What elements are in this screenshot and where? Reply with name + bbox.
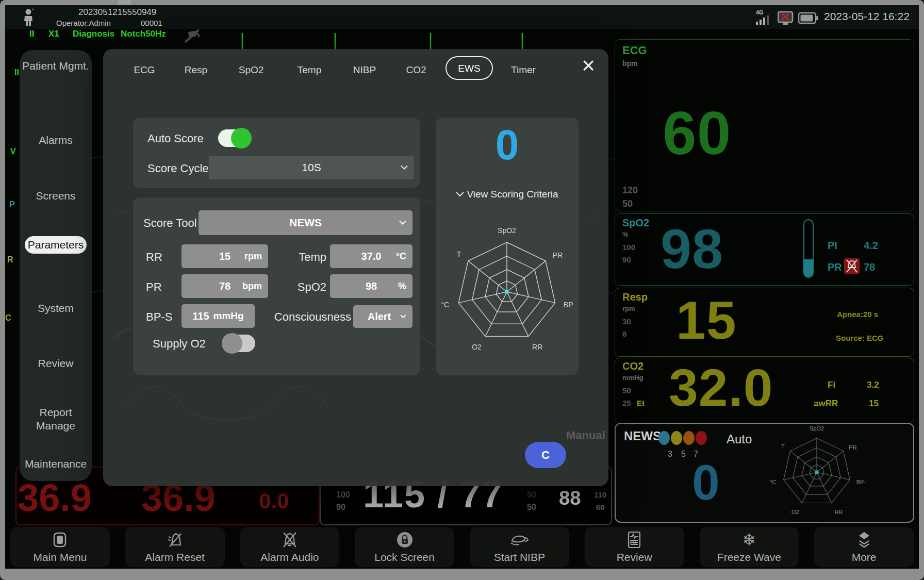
alarm-reset-label: Alarm Reset bbox=[145, 551, 205, 564]
news-tile[interactable]: NEWS 3 5 7 Auto 0 SpO2PRBP-SRRO2°CT bbox=[615, 423, 914, 523]
main-menu-label: Main Menu bbox=[33, 551, 87, 564]
ews-score-value: 0 bbox=[436, 122, 579, 168]
tab-ews[interactable]: EWS bbox=[446, 56, 493, 80]
lock-screen-button[interactable]: Lock Screen bbox=[355, 527, 454, 567]
monitor-screen: II V P R C 2023051215550949 Operator:Adm… bbox=[5, 5, 919, 569]
sidebar-item-patient-mgmt[interactable]: Patient Mgmt. bbox=[20, 59, 92, 73]
ghost-nibp-mode-text: Manual bbox=[566, 429, 605, 442]
alarm-reset-button[interactable]: Alarm Reset bbox=[125, 527, 225, 567]
review-icon bbox=[627, 531, 641, 549]
chevron-down-icon bbox=[401, 165, 408, 170]
ghost-lead-label-ii: II bbox=[14, 68, 19, 77]
score-tool-value: NEWS bbox=[289, 217, 322, 229]
score-parameters-card: Score Tool NEWS RR 15 rpm Temp 37.0 °C P… bbox=[133, 197, 420, 375]
co2-fi-value: 3.2 bbox=[867, 380, 879, 390]
temp-label: Temp bbox=[288, 251, 326, 264]
review-button[interactable]: Review bbox=[585, 527, 684, 567]
sidebar-item-system[interactable]: System bbox=[20, 302, 92, 315]
tab-ecg[interactable]: ECG bbox=[123, 61, 166, 79]
main-menu-button[interactable]: Main Menu bbox=[10, 527, 110, 567]
view-scoring-criteria[interactable]: View Scoring Criteria bbox=[436, 189, 579, 200]
score-tool-label: Score Tool bbox=[143, 217, 197, 230]
nibp-pr-high: 110 bbox=[594, 490, 606, 499]
auto-score-label: Auto Score bbox=[147, 132, 204, 145]
supply-o2-toggle[interactable] bbox=[223, 335, 255, 352]
spo2-alarm-high: 100 bbox=[622, 243, 635, 252]
svg-text:RR: RR bbox=[532, 343, 542, 351]
start-nibp-button[interactable]: Start NIBP bbox=[470, 527, 569, 567]
svg-text:T: T bbox=[457, 250, 461, 258]
gain-label: X1 bbox=[48, 29, 59, 39]
spo2-tile[interactable]: SpO2 % 100 90 98 PI 4.2 PR 78 bbox=[615, 213, 914, 286]
close-icon[interactable]: × bbox=[576, 54, 600, 78]
co2-title: CO2 bbox=[622, 360, 644, 372]
svg-text:SpO2: SpO2 bbox=[810, 426, 824, 432]
score-cycle-dropdown[interactable]: 10S bbox=[209, 156, 414, 179]
sidebar-item-alarms[interactable]: Alarms bbox=[20, 134, 92, 147]
news-level-dot-yellow bbox=[671, 431, 682, 445]
confirm-button[interactable]: C bbox=[525, 442, 566, 468]
ecg-tile[interactable]: ECG bpm 60 120 50 bbox=[615, 39, 914, 211]
rr-input[interactable]: 15 rpm bbox=[182, 244, 268, 268]
resp-value: 15 bbox=[676, 293, 737, 347]
operator-label: Operator:Admin bbox=[56, 19, 111, 27]
resp-tile[interactable]: Resp rpm 30 8 15 Apnea:20 s Source: ECG bbox=[615, 288, 914, 357]
nibp-dia-high: 90 bbox=[527, 490, 536, 500]
muted-mic-icon bbox=[183, 29, 202, 43]
tab-spo2[interactable]: SpO2 bbox=[229, 61, 273, 79]
vitals-column: ECG bpm 60 120 50 SpO2 % 100 90 98 PI 4.… bbox=[615, 5, 915, 526]
alarm-audio-button[interactable]: Alarm Audio bbox=[240, 527, 340, 567]
spo2-pr-value: 78 bbox=[864, 261, 875, 273]
chevron-down-icon bbox=[400, 314, 406, 319]
tab-resp[interactable]: Resp bbox=[174, 61, 218, 79]
lock-icon bbox=[396, 531, 414, 549]
rr-label: RR bbox=[146, 251, 162, 264]
consciousness-dropdown[interactable]: Alert bbox=[353, 305, 412, 328]
news-radar-chart: SpO2PRBP-SRRO2°CT bbox=[768, 426, 866, 522]
auto-score-card: Auto Score Score Cycle 10S bbox=[133, 118, 420, 188]
pr-value: 78 bbox=[219, 280, 230, 292]
alarm-reset-icon bbox=[166, 531, 184, 549]
co2-alarm-high: 50 bbox=[622, 386, 631, 395]
tab-timer[interactable]: Timer bbox=[502, 61, 545, 79]
news-level-dot-blue bbox=[658, 431, 670, 445]
chevron-down-icon bbox=[456, 192, 464, 197]
freeze-wave-button[interactable]: ❄ Freeze Wave bbox=[700, 527, 799, 567]
sidebar-item-report-manage[interactable]: Report Manage bbox=[20, 406, 92, 433]
sidebar-item-screens[interactable]: Screens bbox=[20, 189, 92, 203]
pr-input[interactable]: 78 bpm bbox=[182, 274, 268, 298]
temp-input[interactable]: 37.0 °C bbox=[330, 244, 412, 268]
svg-text:°C: °C bbox=[770, 479, 776, 485]
spo2-unit: % bbox=[622, 230, 629, 238]
temp-t1-value: 36.9 bbox=[18, 479, 92, 517]
pr-alarm-off-icon bbox=[844, 258, 860, 274]
score-tool-dropdown[interactable]: NEWS bbox=[199, 210, 412, 235]
ecg-alarm-low: 50 bbox=[622, 198, 633, 209]
monitor-bezel: II V P R C 2023051215550949 Operator:Adm… bbox=[0, 0, 924, 580]
patient-id: 2023051215550949 bbox=[78, 7, 156, 18]
bps-value: 115 bbox=[192, 310, 209, 322]
tab-nibp[interactable]: NIBP bbox=[343, 61, 386, 79]
resp-title: Resp bbox=[622, 291, 648, 303]
auto-score-toggle[interactable] bbox=[218, 129, 250, 147]
ecg-value: 60 bbox=[663, 103, 731, 163]
svg-text:BP-S: BP-S bbox=[856, 479, 866, 485]
bps-input[interactable]: 115 mmHg bbox=[182, 304, 255, 328]
sidebar-item-maintenance[interactable]: Maintenance bbox=[20, 457, 92, 471]
spo2-input[interactable]: 98 % bbox=[330, 274, 412, 298]
score-cycle-value: 10S bbox=[302, 161, 321, 174]
sidebar-item-review[interactable]: Review bbox=[20, 357, 92, 370]
bottom-toolbar: Main Menu Alarm Reset Alarm Audio Lock S… bbox=[5, 527, 919, 569]
ecg-title: ECG bbox=[622, 44, 647, 57]
spo2-pr-label: PR bbox=[828, 261, 842, 273]
bps-unit: mmHg bbox=[213, 310, 244, 322]
nibp-sys-low: 90 bbox=[336, 503, 345, 512]
co2-alarm-low: 25 bbox=[622, 399, 631, 407]
temp-unit: °C bbox=[396, 251, 406, 262]
more-button[interactable]: More bbox=[814, 527, 914, 567]
sidebar-item-parameters[interactable]: Parameters bbox=[25, 236, 87, 254]
spo2-unit: % bbox=[398, 281, 406, 292]
tab-co2[interactable]: CO2 bbox=[394, 61, 438, 79]
co2-tile[interactable]: CO2 mmHg 50 25 Et 32.0 Fi 3.2 awRR 15 bbox=[615, 358, 914, 424]
tab-temp[interactable]: Temp bbox=[288, 61, 331, 79]
